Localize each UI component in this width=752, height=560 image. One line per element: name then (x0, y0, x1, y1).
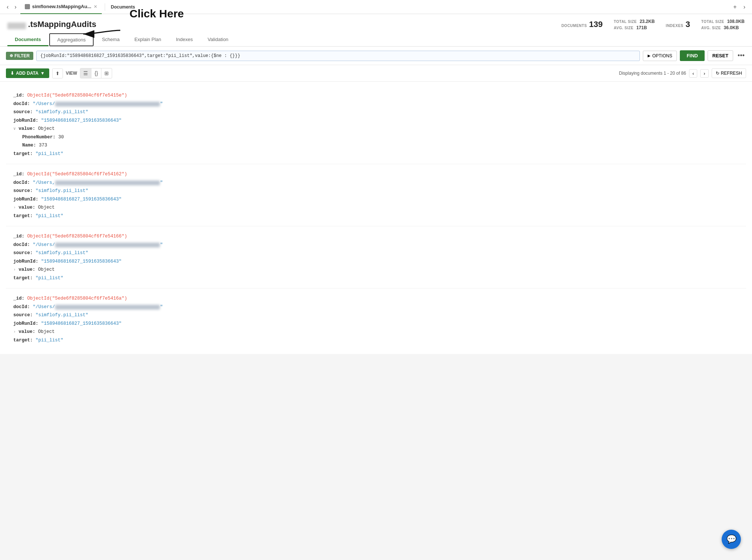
table-view-btn[interactable]: ⊞ (101, 68, 112, 78)
tab-explain-plan[interactable]: Explain Plan (127, 34, 168, 46)
total-size-label1: TOTAL SIZE (614, 20, 637, 24)
indexes-value: 3 (686, 20, 690, 29)
stat-size-group2: TOTAL SIZE 108.0KB AVG. SIZE 36.0KB (701, 18, 745, 30)
list-view-btn[interactable]: ☰ (80, 68, 91, 78)
tab-add-btn[interactable]: + (730, 4, 739, 10)
refresh-icon: ↻ (716, 71, 719, 76)
stat-total-size2: TOTAL SIZE 108.0KB (701, 18, 745, 24)
collection-prefix-blur (7, 23, 26, 29)
export-button[interactable]: ⬆ (52, 68, 63, 78)
documents-area: _id: ObjectId("5ede6f8285804cf6f7e5415e"… (0, 82, 752, 354)
reset-button[interactable]: RESET (708, 50, 733, 61)
stat-documents: DOCUMENTS 139 (561, 20, 603, 29)
tab-forward-btn[interactable]: › (12, 4, 19, 10)
indexes-label: INDEXES (666, 24, 683, 28)
filter-bar: ⊕ FILTER ▶ OPTIONS FIND RESET ••• (0, 47, 752, 65)
export-icon: ⬆ (56, 71, 60, 76)
pagination-info: Displaying documents 1 - 20 of 86 ‹ › ↻ … (619, 68, 746, 78)
avg-size-val2: 36.0KB (724, 25, 739, 30)
options-button[interactable]: ▶ OPTIONS (643, 51, 677, 61)
stat-total-size1: TOTAL SIZE 23.2KB (614, 18, 655, 24)
download-icon: ⬇ (10, 71, 14, 76)
chevron-down-icon: ▼ (40, 71, 45, 76)
tab-main[interactable]: simflonew.tsMappingAu... ✕ (20, 0, 102, 14)
add-data-button[interactable]: ⬇ ADD DATA ▼ (6, 68, 49, 78)
doc-toolbar: ⬇ ADD DATA ▼ ⬆ VIEW ☰ {} ⊞ Displaying do… (0, 65, 752, 82)
stat-size-group1: TOTAL SIZE 23.2KB AVG. SIZE 171B (614, 18, 655, 30)
filter-input[interactable] (36, 51, 640, 61)
avg-size-label2: AVG. SIZE (701, 26, 721, 30)
filter-badge: ⊕ FILTER (6, 52, 33, 60)
table-row: _id: ObjectId("5ede6f8285804cf6f7e54162"… (6, 164, 746, 226)
next-page-btn[interactable]: › (700, 69, 708, 78)
tab-back-btn[interactable]: ‹ (4, 4, 11, 10)
collection-name: .tsMappingAudits (28, 20, 97, 29)
tab-right-nav[interactable]: › (741, 4, 748, 10)
tab-schema[interactable]: Schema (94, 34, 127, 46)
tab-sublabel: Documents (108, 4, 138, 10)
tab-favicon (25, 4, 30, 9)
pagination-text: Displaying documents 1 - 20 of 86 (619, 71, 686, 76)
more-options-button[interactable]: ••• (736, 52, 746, 60)
find-button[interactable]: FIND (680, 50, 704, 61)
stat-avg-size2: AVG. SIZE 36.0KB (701, 25, 745, 30)
tab-documents[interactable]: Documents (7, 34, 48, 46)
tab-bar: ‹ › simflonew.tsMappingAu... ✕ Documents… (0, 0, 752, 14)
prev-page-btn[interactable]: ‹ (689, 69, 697, 78)
tab-aggregations[interactable]: Aggregations (49, 33, 94, 46)
stat-avg-size1: AVG. SIZE 171B (614, 25, 655, 30)
tab-close-btn[interactable]: ✕ (94, 4, 97, 9)
tab-indexes[interactable]: Indexes (168, 34, 200, 46)
collection-header: .tsMappingAudits DOCUMENTS 139 TOTAL SIZ… (0, 14, 752, 47)
tab-validation[interactable]: Validation (200, 34, 236, 46)
stats-group: DOCUMENTS 139 TOTAL SIZE 23.2KB AVG. SIZ… (561, 18, 745, 30)
documents-label: DOCUMENTS (561, 24, 587, 28)
collection-title-wrapper: .tsMappingAudits (7, 20, 111, 29)
avg-size-val1: 171B (636, 25, 647, 30)
table-row: _id: ObjectId("5ede6f8285804cf6f7e5416a"… (6, 289, 746, 350)
tab-label: simflonew.tsMappingAu... (32, 4, 91, 9)
total-size-val1: 23.2KB (639, 19, 655, 24)
total-size-label2: TOTAL SIZE (701, 20, 724, 24)
view-toggle-group: ☰ {} ⊞ (80, 68, 112, 78)
documents-value: 139 (589, 20, 603, 29)
nav-tabs: Documents Aggregations Schema Explain Pl… (7, 33, 745, 46)
avg-size-label1: AVG. SIZE (614, 26, 634, 30)
table-row: _id: ObjectId("5ede6f8285804cf6f7e5415e"… (6, 85, 746, 164)
json-view-btn[interactable]: {} (91, 68, 101, 78)
table-row: _id: ObjectId("5ede6f8285804cf6f7e54166"… (6, 226, 746, 289)
total-size-val2: 108.0KB (727, 19, 745, 24)
refresh-button[interactable]: ↻ REFRESH (712, 68, 746, 78)
stat-indexes: INDEXES 3 (666, 20, 690, 29)
view-label: VIEW (66, 71, 77, 76)
